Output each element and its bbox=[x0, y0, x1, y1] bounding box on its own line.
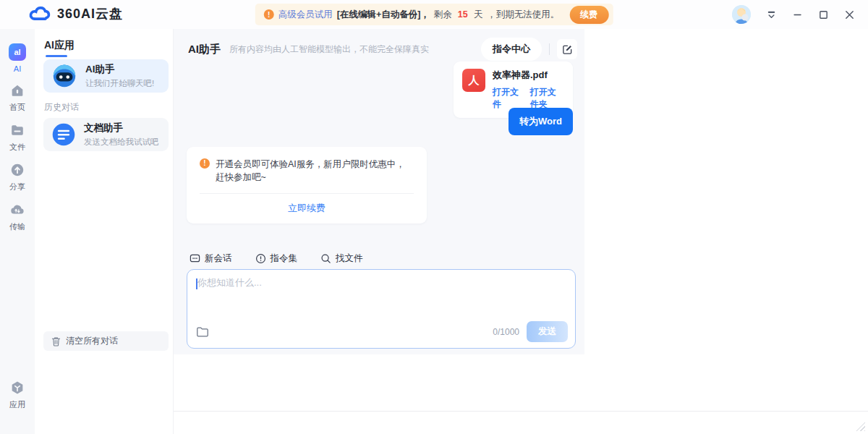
chat-title: AI助手 bbox=[188, 43, 221, 56]
robot-icon bbox=[51, 62, 78, 90]
banner-trial-text: 高级会员试用 bbox=[278, 9, 333, 21]
convert-to-word-button[interactable]: 转为Word bbox=[509, 108, 573, 135]
rail-label: 文件 bbox=[9, 142, 25, 153]
tab-active-underline bbox=[46, 55, 67, 57]
membership-notice-card: ! 开通会员即可体验AI服务，新用户限时优惠中，赶快参加吧~ 立即续费 bbox=[187, 147, 427, 224]
logo-cloud-icon bbox=[29, 6, 51, 22]
membership-banner: ! 高级会员试用[在线编辑+自动备份]，剩余15天，到期无法使用。 续费 bbox=[255, 4, 613, 25]
alert-icon: ! bbox=[264, 9, 274, 20]
rail-label: 应用 bbox=[9, 399, 25, 410]
rail-item-transfer[interactable]: 传输 bbox=[0, 202, 35, 232]
sidebar: AI应用 AI助手 让我们开始聊天吧! 历史对话 bbox=[35, 29, 174, 434]
open-folder-link[interactable]: 打开文件夹 bbox=[530, 86, 564, 111]
renew-now-link[interactable]: 立即续费 bbox=[200, 194, 414, 224]
chat-input-box: 0/1000 发送 bbox=[187, 269, 576, 349]
banner-remain-text: 剩余 bbox=[434, 9, 452, 21]
open-file-link[interactable]: 打开文件 bbox=[493, 86, 520, 111]
rail-label: AI bbox=[14, 64, 21, 73]
clear-all-chats-button[interactable]: 清空所有对话 bbox=[43, 331, 169, 351]
rail-item-files[interactable]: 文件 bbox=[0, 122, 35, 153]
rail-label: 首页 bbox=[9, 102, 25, 113]
trash-icon bbox=[51, 336, 61, 346]
command-set-button[interactable]: 指令集 bbox=[255, 252, 298, 265]
rail-item-apps[interactable]: 应用 bbox=[0, 380, 35, 410]
ai-app-icon: al bbox=[9, 43, 26, 61]
apps-icon bbox=[9, 380, 25, 396]
chat-bubble-icon bbox=[190, 253, 200, 264]
rail-label: 传输 bbox=[9, 221, 25, 232]
find-file-label: 找文件 bbox=[336, 252, 363, 265]
input-toolbar: 新会话 指令集 找文件 bbox=[190, 252, 363, 265]
banner-days: 15 bbox=[456, 9, 469, 20]
alert-icon: ! bbox=[200, 158, 210, 169]
assistant-subtitle: 让我们开始聊天吧! bbox=[85, 78, 154, 89]
rail-label: 分享 bbox=[9, 182, 25, 192]
doc-assistant-title: 文档助手 bbox=[84, 122, 159, 135]
banner-feature-text: [在线编辑+自动备份]， bbox=[337, 9, 430, 21]
notice-text: 开通会员即可体验AI服务，新用户限时优惠中，赶快参加吧~ bbox=[216, 158, 414, 184]
rail-item-share[interactable]: 分享 bbox=[0, 162, 35, 192]
left-rail: al AI 首页 文件 分享 传输 bbox=[0, 29, 35, 434]
share-icon bbox=[9, 162, 25, 178]
char-counter: 0/1000 bbox=[493, 327, 519, 337]
new-chat-button[interactable]: 新会话 bbox=[190, 252, 232, 265]
transfer-icon bbox=[9, 202, 25, 218]
clear-all-chats-label: 清空所有对话 bbox=[66, 335, 118, 347]
user-avatar[interactable] bbox=[732, 5, 751, 24]
logo-text: 360AI云盘 bbox=[57, 5, 123, 22]
minimize-to-tray-icon[interactable] bbox=[765, 9, 777, 20]
command-set-label: 指令集 bbox=[271, 252, 298, 265]
chat-panel: AI助手 所有内容均由人工智能模型输出，不能完全保障真实 指令中心 人 效率神器… bbox=[174, 29, 584, 354]
header-divider bbox=[549, 43, 550, 55]
banner-suffix-text: ，到期无法使用。 bbox=[487, 9, 559, 21]
history-label: 历史对话 bbox=[44, 101, 79, 114]
send-button[interactable]: 发送 bbox=[527, 321, 568, 342]
rail-item-home[interactable]: 首页 bbox=[0, 82, 35, 113]
new-note-icon[interactable] bbox=[557, 39, 577, 59]
resize-grip[interactable] bbox=[855, 421, 865, 431]
close-icon[interactable] bbox=[843, 9, 855, 20]
minimize-icon[interactable] bbox=[791, 9, 803, 20]
tab-ai-apps[interactable]: AI应用 bbox=[44, 39, 75, 52]
document-chat-icon bbox=[51, 122, 77, 148]
chat-disclaimer: 所有内容均由人工智能模型输出，不能完全保障真实 bbox=[229, 43, 429, 56]
app-logo: 360AI云盘 bbox=[29, 5, 123, 22]
pdf-icon: 人 bbox=[462, 69, 485, 92]
attach-folder-icon[interactable] bbox=[196, 326, 209, 338]
renew-button[interactable]: 续费 bbox=[569, 6, 608, 24]
find-file-button[interactable]: 找文件 bbox=[320, 252, 363, 265]
home-icon bbox=[9, 82, 25, 98]
command-circle-icon bbox=[255, 253, 266, 264]
search-icon bbox=[320, 253, 331, 264]
assistant-title: AI助手 bbox=[85, 63, 154, 76]
new-chat-label: 新会话 bbox=[205, 252, 232, 265]
doc-assistant-subtitle: 发送文档给我试试吧 bbox=[84, 137, 159, 148]
command-center-button[interactable]: 指令中心 bbox=[481, 38, 542, 61]
chat-input[interactable] bbox=[195, 276, 568, 321]
folder-icon bbox=[9, 122, 25, 138]
banner-days-unit: 天 bbox=[474, 9, 483, 21]
sidebar-item-doc-assistant[interactable]: 文档助手 发送文档给我试试吧 bbox=[43, 118, 169, 151]
sidebar-item-ai-assistant[interactable]: AI助手 让我们开始聊天吧! bbox=[43, 59, 169, 93]
topbar: 360AI云盘 ! 高级会员试用[在线编辑+自动备份]，剩余15天，到期无法使用… bbox=[0, 0, 868, 29]
rail-item-ai[interactable]: al AI bbox=[0, 43, 35, 73]
maximize-icon[interactable] bbox=[817, 9, 829, 20]
chat-header: AI助手 所有内容均由人工智能模型输出，不能完全保障真实 指令中心 bbox=[188, 38, 577, 61]
file-name: 效率神器.pdf bbox=[493, 69, 564, 82]
